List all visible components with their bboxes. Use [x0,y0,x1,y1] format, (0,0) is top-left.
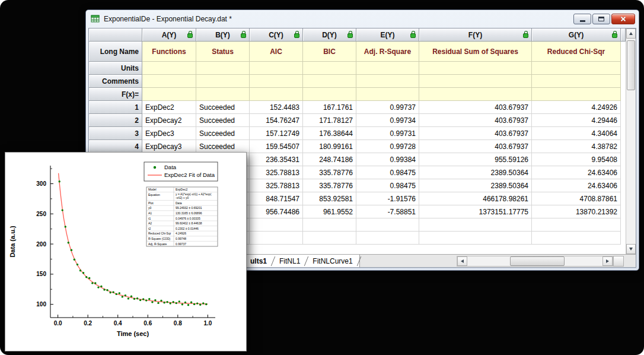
tab-splitter[interactable] [613,256,624,267]
cell[interactable]: Succeeded [196,127,250,140]
cell[interactable] [303,218,356,232]
empty-header-cell[interactable] [250,75,303,88]
cell[interactable]: Succeeded [196,114,250,127]
long-name-cell[interactable]: BIC [303,42,356,62]
scroll-down-button[interactable] [626,244,636,254]
cell[interactable]: 853.92581 [303,192,356,205]
cell[interactable]: ExpDecay2 [142,114,196,127]
cell[interactable]: 403.67937 [419,140,532,153]
maximize-button[interactable] [592,14,610,24]
empty-header-cell[interactable] [356,75,419,88]
column-header-G(Y)[interactable]: G(Y) [532,28,621,42]
row-number[interactable]: 4 [89,140,142,153]
horizontal-scroll-track[interactable] [467,256,602,266]
cell[interactable]: -7.58851 [356,205,419,218]
cell[interactable]: 0.99734 [356,114,419,127]
cell[interactable]: 403.67937 [419,101,532,114]
cell[interactable]: 24.63406 [532,179,621,192]
cell[interactable] [250,232,303,245]
empty-header-cell[interactable] [532,75,621,88]
cell[interactable]: ExpDec2 [142,101,196,114]
cell[interactable] [250,218,303,232]
cell[interactable]: 154.76247 [250,114,303,127]
empty-header-cell[interactable] [250,88,303,101]
sheet-tab-FitNL1[interactable]: FitNL1 [273,255,306,267]
cell[interactable]: 167.1761 [303,101,356,114]
titlebar[interactable]: ExponentialDe - Exponential Decay.dat * [86,10,639,28]
cell[interactable]: 0.99737 [356,101,419,114]
column-header-B(Y)[interactable]: B(Y) [196,28,250,42]
column-header-D(Y)[interactable]: D(Y) [303,28,356,42]
cell[interactable] [532,218,621,232]
sheet-tab-ults1[interactable]: ults1 [244,255,273,267]
cell[interactable]: Succeeded [196,140,250,153]
cell[interactable]: 171.78127 [303,114,356,127]
row-number[interactable]: 3 [89,127,142,140]
cell[interactable] [419,232,532,245]
cell[interactable]: ExpDec3 [142,127,196,140]
cell[interactable]: 0.99384 [356,153,419,166]
empty-header-cell[interactable] [196,88,250,101]
cell[interactable]: 0.99731 [356,127,419,140]
long-name-cell[interactable]: Adj. R-Square [356,42,419,62]
long-name-cell[interactable]: Status [196,42,250,62]
cell[interactable]: 325.78813 [250,179,303,192]
empty-header-cell[interactable] [419,88,532,101]
scroll-right-button[interactable] [602,256,613,266]
column-header-E(Y)[interactable]: E(Y) [356,28,419,42]
long-name-cell[interactable]: Functions [142,42,196,62]
cell[interactable]: 248.74186 [303,153,356,166]
cell[interactable]: 403.67937 [419,114,532,127]
row-number[interactable]: 2 [89,114,142,127]
cell[interactable]: 961.9552 [303,205,356,218]
cell[interactable]: 2389.50364 [419,179,532,192]
vertical-scroll-thumb[interactable] [627,40,635,90]
scroll-up-button[interactable] [626,28,636,39]
cell[interactable]: 1373151.17775 [419,205,532,218]
cell[interactable]: 848.71547 [250,192,303,205]
cell[interactable]: 4.24926 [532,101,621,114]
empty-header-cell[interactable] [142,75,196,88]
close-button[interactable] [611,14,635,24]
empty-header-cell[interactable] [356,62,419,75]
cell[interactable]: 176.38644 [303,127,356,140]
empty-header-cell[interactable] [419,75,532,88]
long-name-cell[interactable]: AIC [250,42,303,62]
long-name-cell[interactable]: Reduced Chi-Sqr [532,42,621,62]
cell[interactable] [532,232,621,245]
cell[interactable]: 4.34064 [532,127,621,140]
row-label[interactable]: F(x)= [89,88,142,101]
cell[interactable]: 4.38782 [532,140,621,153]
column-header-A(Y)[interactable]: A(Y) [142,28,196,42]
row-number[interactable]: 1 [89,101,142,114]
row-label[interactable]: Units [89,62,142,75]
cell[interactable]: 2389.50364 [419,166,532,179]
empty-header-cell[interactable] [250,62,303,75]
cell[interactable] [419,218,532,232]
cell[interactable]: 180.99161 [303,140,356,153]
empty-header-cell[interactable] [303,88,356,101]
cell[interactable]: 0.98475 [356,166,419,179]
cell[interactable]: 325.78813 [250,166,303,179]
row-label-long-name[interactable]: Long Name [89,42,142,62]
corner-cell[interactable] [89,28,142,42]
cell[interactable]: 24.63406 [532,166,621,179]
cell[interactable]: 4.29446 [532,114,621,127]
empty-header-cell[interactable] [196,62,250,75]
cell[interactable]: 335.78776 [303,179,356,192]
cell[interactable]: 403.67937 [419,127,532,140]
minimize-button[interactable] [573,14,591,24]
cell[interactable]: 335.78776 [303,166,356,179]
vertical-scrollbar[interactable] [626,28,636,254]
column-header-F(Y)[interactable]: F(Y) [419,28,532,42]
cell[interactable]: 4708.87861 [532,192,621,205]
sheet-tab-FitNLCurve1[interactable]: FitNLCurve1 [307,255,358,267]
column-header-C(Y)[interactable]: C(Y) [250,28,303,42]
empty-header-cell[interactable] [532,62,621,75]
empty-header-cell[interactable] [532,88,621,101]
cell[interactable]: 13870.21392 [532,205,621,218]
cell[interactable]: 956.74486 [250,205,303,218]
horizontal-scrollbar[interactable] [457,256,613,267]
cell[interactable]: 0.98475 [356,179,419,192]
horizontal-scroll-thumb[interactable] [510,256,565,266]
